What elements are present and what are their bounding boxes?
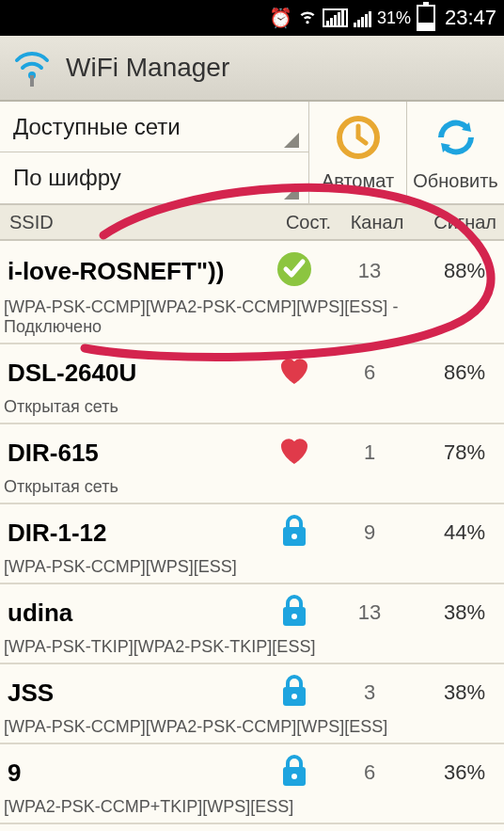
refresh-icon xyxy=(432,113,480,167)
refresh-label: Обновить xyxy=(413,170,498,192)
lock-icon xyxy=(261,674,327,711)
filter-available-networks[interactable]: Доступные сети xyxy=(0,102,308,152)
col-header-signal[interactable]: Сигнал xyxy=(419,212,504,233)
signal-sim2-icon xyxy=(354,8,371,27)
network-channel: 13 xyxy=(327,600,412,625)
svg-point-7 xyxy=(291,614,297,619)
network-channel: 13 xyxy=(327,259,412,283)
network-row[interactable]: i-love-ROSNEFT")) 13 88% [WPA-PSK-CCMP][… xyxy=(0,241,504,344)
network-ssid: DSL-2640U xyxy=(4,359,261,388)
svg-rect-1 xyxy=(30,75,34,87)
network-signal: 88% xyxy=(412,259,496,283)
refresh-button[interactable]: Обновить xyxy=(406,102,504,203)
clock-time: 23:47 xyxy=(445,6,496,30)
network-detail: [WPA2-PSK-CCMP+TKIP][WPS][ESS] xyxy=(0,791,504,817)
signal-sim1-icon xyxy=(323,8,348,27)
network-channel: 1 xyxy=(327,440,412,465)
network-ssid: i-love-ROSNEFT")) xyxy=(4,257,261,286)
network-channel: 6 xyxy=(327,360,412,385)
lock-icon xyxy=(261,514,327,551)
network-channel: 9 xyxy=(327,520,412,545)
clock-icon xyxy=(334,113,383,167)
network-ssid: JSS xyxy=(4,679,261,708)
dropdown-triangle-icon xyxy=(284,133,299,148)
app-title: WiFi Manager xyxy=(66,53,229,83)
network-signal: 78% xyxy=(412,440,496,465)
network-row[interactable]: 9 6 36% [WPA2-PSK-CCMP+TKIP][WPS][ESS] xyxy=(0,744,504,824)
connected-check-icon xyxy=(261,250,327,292)
network-signal: 86% xyxy=(412,360,496,385)
svg-point-9 xyxy=(291,694,297,699)
network-detail: [WPA-PSK-CCMP][WPA2-PSK-CCMP][WPS][ESS] … xyxy=(0,292,504,337)
filter-label: По шифру xyxy=(13,165,121,191)
app-title-bar: WiFi Manager xyxy=(0,36,504,102)
network-ssid: 9 xyxy=(4,759,261,788)
network-row[interactable]: JSS 3 38% [WPA-PSK-CCMP][WPA2-PSK-CCMP][… xyxy=(0,664,504,744)
network-signal: 38% xyxy=(412,600,496,625)
action-row: Доступные сети По шифру Автомат Обновить xyxy=(0,102,504,205)
network-channel: 6 xyxy=(327,760,412,785)
network-detail: Открытая сеть xyxy=(0,392,504,417)
col-header-state[interactable]: Сост. xyxy=(263,212,335,233)
battery-icon xyxy=(417,5,435,31)
lock-icon xyxy=(261,594,327,631)
filter-label: Доступные сети xyxy=(13,114,181,140)
network-detail: [WPA-PSK-CCMP][WPA2-PSK-CCMP][WPS][ESS] xyxy=(0,711,504,737)
dropdown-triangle-icon xyxy=(284,184,299,200)
network-signal: 36% xyxy=(412,760,496,785)
network-channel: 3 xyxy=(327,680,412,705)
network-row[interactable]: DIR-1-12 9 44% [WPA-PSK-CCMP][WPS][ESS] xyxy=(0,504,504,584)
network-ssid: DIR-1-12 xyxy=(4,519,261,548)
auto-button[interactable]: Автомат xyxy=(308,102,406,203)
col-header-channel[interactable]: Канал xyxy=(335,212,419,233)
auto-label: Автомат xyxy=(322,170,394,192)
network-ssid: DIR-615 xyxy=(4,439,261,468)
actions-column: Автомат Обновить xyxy=(308,102,504,203)
alarm-icon: ⏰ xyxy=(269,7,292,29)
favorite-heart-icon xyxy=(261,434,327,471)
network-signal: 38% xyxy=(412,680,496,705)
lock-icon xyxy=(261,754,327,791)
network-detail: Открытая сеть xyxy=(0,471,504,497)
network-detail: [WPA-PSK-CCMP][WPS][ESS] xyxy=(0,551,504,577)
svg-point-11 xyxy=(291,774,297,779)
network-ssid: udina xyxy=(4,599,261,628)
column-headers: SSID Сост. Канал Сигнал xyxy=(0,205,504,241)
network-row[interactable]: DSL-2640U 6 86% Открытая сеть xyxy=(0,344,504,424)
battery-percent-label: 31% xyxy=(377,8,411,28)
col-header-ssid[interactable]: SSID xyxy=(0,212,263,233)
network-signal: 44% xyxy=(412,520,496,545)
network-row[interactable]: udina 13 38% [WPA-PSK-TKIP][WPA2-PSK-TKI… xyxy=(0,584,504,664)
wifi-icon xyxy=(298,7,317,30)
svg-point-5 xyxy=(291,534,297,539)
network-row[interactable]: DIR-615 1 78% Открытая сеть xyxy=(0,424,504,504)
filters-column: Доступные сети По шифру xyxy=(0,102,308,203)
network-detail: [WPA-PSK-TKIP][WPA2-PSK-TKIP][ESS] xyxy=(0,631,504,657)
favorite-heart-icon xyxy=(261,354,327,392)
android-status-bar: ⏰ 31% 23:47 xyxy=(0,0,504,36)
filter-by-cipher[interactable]: По шифру xyxy=(0,152,308,203)
network-list[interactable]: i-love-ROSNEFT")) 13 88% [WPA-PSK-CCMP][… xyxy=(0,241,504,824)
app-logo-icon xyxy=(9,43,55,92)
